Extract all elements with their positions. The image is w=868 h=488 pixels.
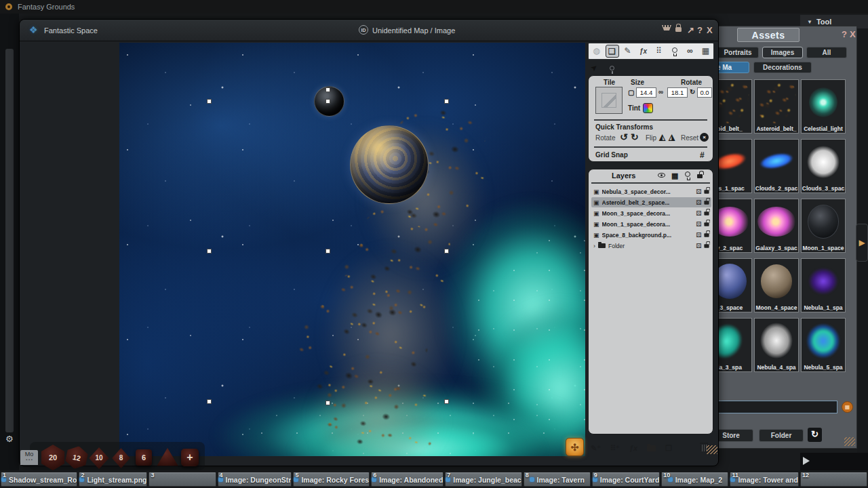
taskbar-tab[interactable]: 6Image: Abandoned: [371, 472, 443, 487]
add-drawing-layer-icon[interactable]: ✎⁺: [591, 444, 601, 453]
mask-icon[interactable]: ∞: [684, 45, 697, 58]
map-window-titlebar[interactable]: ❖ Fantastic Space ID Unidentified Map / …: [20, 20, 718, 41]
unlock-icon[interactable]: [704, 222, 709, 226]
popout-arrow-icon[interactable]: ↗: [687, 25, 694, 35]
tab-portraits[interactable]: Portraits: [717, 47, 759, 58]
unlock-icon[interactable]: [704, 211, 709, 215]
asset-cell[interactable]: Nebula_1_spa: [801, 258, 846, 312]
layer-row[interactable]: ▣ Moon_3_space_decora... ⚄: [591, 208, 711, 218]
size-height-field[interactable]: [667, 87, 688, 98]
selection-handle[interactable]: [444, 99, 449, 104]
asset-search-input[interactable]: [717, 401, 837, 413]
unlock-icon[interactable]: [704, 190, 709, 193]
grid-small-icon[interactable]: ▦: [671, 171, 678, 180]
subtab-decorations[interactable]: Decorations: [753, 62, 812, 73]
taskbar-tab[interactable]: 7Image: Jungle_beac: [445, 472, 521, 487]
sidebar-expander-arrow[interactable]: ▶: [856, 224, 868, 262]
selection-handle[interactable]: [444, 249, 449, 253]
paintbrush-icon[interactable]: ✎: [621, 45, 635, 58]
assets-close-button[interactable]: X: [850, 29, 856, 39]
add-tile-layer-icon[interactable]: ⠿⁺: [610, 444, 620, 453]
taskbar-tab-empty[interactable]: 3: [149, 472, 216, 487]
refresh-icon[interactable]: ↻: [808, 428, 822, 442]
assets-resize-grip[interactable]: [844, 437, 855, 446]
asset-cell[interactable]: Asteroid_belt_: [754, 79, 799, 134]
taskbar-tab[interactable]: 10Image: Map_2: [661, 472, 728, 487]
lock-all-icon[interactable]: [697, 174, 703, 178]
tab-all[interactable]: All: [806, 47, 847, 58]
add-effect-layer-icon[interactable]: ƒx: [629, 444, 637, 452]
tint-color-wheel[interactable]: [643, 103, 653, 113]
selection-handle[interactable]: [326, 249, 330, 253]
map-help-button[interactable]: ?: [697, 25, 703, 35]
asset-cell[interactable]: Clouds_2_spac: [754, 139, 799, 193]
map-canvas[interactable]: [119, 43, 585, 456]
tile-thumbnail[interactable]: [595, 87, 623, 114]
rotation-handle[interactable]: [326, 87, 330, 92]
rotate-ccw-icon[interactable]: ↺: [620, 131, 628, 142]
duplicate-layer-icon[interactable]: ❐: [665, 444, 672, 453]
trash-icon[interactable]: [701, 445, 707, 451]
selection-handle[interactable]: [326, 99, 330, 104]
grid-icon[interactable]: ▦: [699, 45, 713, 58]
layer-visibility-die-icon[interactable]: ⚄: [696, 188, 701, 195]
asset-cell[interactable]: Nebula_5_spa: [801, 318, 846, 372]
taskbar-tab[interactable]: 8Image: Tavern: [524, 472, 591, 487]
rotate-cw-icon[interactable]: ↻: [631, 131, 639, 142]
selection-handle[interactable]: [207, 249, 212, 253]
select-dots-icon[interactable]: ⠿: [652, 45, 666, 58]
asset-cell[interactable]: Clouds_3_spac: [801, 139, 846, 193]
taskbar-tab[interactable]: 1Shadow_stream_Ro: [1, 472, 77, 487]
asset-cell[interactable]: Moon_1_space: [801, 199, 846, 253]
asset-cell[interactable]: Moon_4_space: [754, 258, 799, 312]
taskbar-tab[interactable]: 4Image: DungeonStr: [218, 472, 292, 487]
layer-visibility-die-icon[interactable]: ⚄: [696, 221, 701, 228]
effects-icon[interactable]: ƒx: [637, 45, 650, 58]
pointer-icon[interactable]: ➤: [589, 62, 600, 73]
size-width-field[interactable]: [636, 87, 656, 98]
layer-visibility-die-icon[interactable]: ⚄: [696, 243, 701, 249]
tab-images[interactable]: Images: [762, 47, 803, 58]
unlock-icon[interactable]: [704, 244, 709, 247]
eye-icon[interactable]: [658, 173, 665, 178]
layer-visibility-die-icon[interactable]: ⚄: [696, 199, 701, 206]
taskbar-tab[interactable]: 2Light_stream.png: [79, 472, 147, 487]
unlock-icon[interactable]: [704, 233, 709, 237]
layer-row-selected[interactable]: ▣ Asteroid_belt_2_space... ⚄: [591, 197, 711, 207]
layer-visibility-die-icon[interactable]: ⚄: [696, 210, 701, 217]
link-icon[interactable]: ∞: [658, 88, 663, 96]
reset-icon[interactable]: ×: [700, 133, 709, 142]
layer-row[interactable]: ▣ Nebula_3_space_decor... ⚄: [591, 186, 711, 197]
add-folder-icon[interactable]: [647, 442, 656, 454]
grid-view-button[interactable]: ▦: [842, 401, 853, 413]
chevron-expand-icon[interactable]: ›: [593, 243, 595, 249]
grid-snap-icon[interactable]: #: [700, 150, 705, 160]
layer-row[interactable]: ▣ Space_8_background.p... ⚄: [591, 230, 711, 240]
selection-handle[interactable]: [207, 399, 212, 404]
flip-horizontal-icon[interactable]: ◮: [669, 132, 675, 142]
layer-visibility-die-icon[interactable]: ⚄: [696, 232, 701, 239]
asset-cell[interactable]: Nebula_4_spa: [754, 318, 799, 372]
layer-row[interactable]: ▣ Moon_1_space_decora... ⚄: [591, 219, 711, 229]
rotate-small-icon[interactable]: ↻: [690, 88, 695, 96]
settings-gear-icon[interactable]: ⚙: [5, 434, 14, 444]
rotate-field[interactable]: [697, 87, 712, 98]
selection-handle[interactable]: [326, 401, 330, 405]
taskbar-tab-empty[interactable]: 12: [800, 472, 867, 487]
taskbar-tab[interactable]: 11Image: Tower and: [730, 472, 799, 487]
pin-icon[interactable]: [610, 66, 614, 70]
taskbar-tab[interactable]: 5Image: Rocky Fores: [293, 472, 370, 487]
folder-row[interactable]: › Folder ⚄: [591, 241, 711, 251]
selection-handle[interactable]: [207, 99, 212, 104]
lighting-icon[interactable]: [668, 45, 682, 58]
selection-handle[interactable]: [444, 399, 449, 404]
map-move-resize-button[interactable]: ✣: [566, 438, 584, 456]
flip-vertical-icon[interactable]: ◭: [659, 132, 665, 142]
asset-cell[interactable]: Celestial_light: [801, 79, 846, 134]
unlock-icon[interactable]: [704, 201, 709, 204]
d6-die[interactable]: 6: [136, 449, 152, 466]
bulb-icon[interactable]: [685, 171, 690, 177]
map-close-button[interactable]: X: [707, 25, 713, 35]
player-view-icon[interactable]: [662, 25, 671, 30]
modifiers-drawer-button[interactable]: Mo • • •: [20, 450, 38, 465]
